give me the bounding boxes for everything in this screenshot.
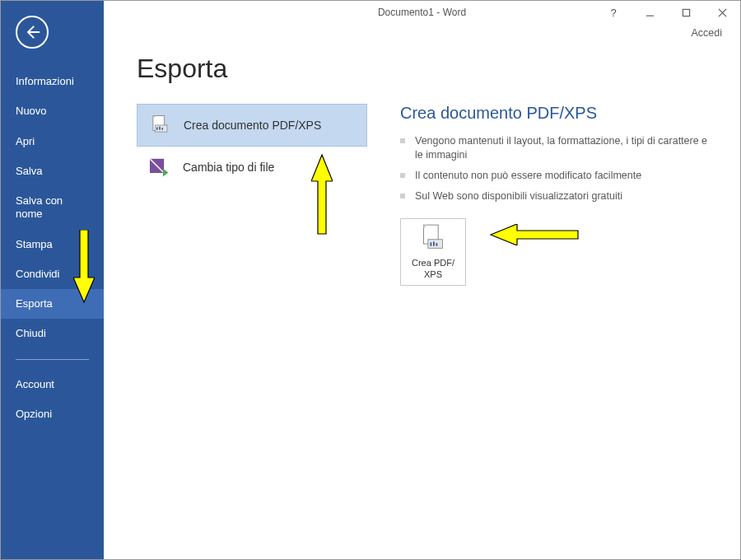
export-option-changefiletype[interactable]: Cambia tipo di file: [137, 147, 367, 188]
export-columns: Crea documento PDF/XPS Cambia tipo di fi…: [137, 104, 715, 286]
main-area: Documento1 - Word ? Accedi Esporta: [104, 1, 740, 559]
bullet-item: Vengono mantenuti il layout, la formatta…: [400, 131, 715, 166]
backstage-sidebar: Informazioni Nuovo Apri Salva Salva con …: [1, 1, 104, 559]
nav-esporta[interactable]: Esporta: [1, 289, 104, 319]
signin-link[interactable]: Accedi: [104, 24, 740, 39]
arrow-left-icon: [24, 24, 40, 40]
nav-opzioni[interactable]: Opzioni: [1, 399, 104, 429]
nav-label: Nuovo: [16, 105, 47, 117]
change-filetype-icon: [148, 156, 170, 178]
nav-chiudi[interactable]: Chiudi: [1, 319, 104, 348]
maximize-button[interactable]: [668, 1, 704, 24]
bullet-text: Il contenuto non può essere modificato f…: [415, 169, 641, 183]
create-pdfxps-button[interactable]: Crea PDF/ XPS: [400, 218, 466, 286]
export-option-label: Cambia tipo di file: [183, 161, 274, 174]
nav-label: Chiudi: [16, 327, 46, 339]
create-pdfxps-label: Crea PDF/ XPS: [412, 258, 454, 279]
export-option-pdfxps[interactable]: Crea documento PDF/XPS: [137, 104, 367, 147]
nav-label: Condividi: [16, 268, 59, 280]
nav-account[interactable]: Account: [1, 370, 104, 399]
annotation-arrow-button: [489, 224, 580, 245]
nav-label: Informazioni: [16, 75, 74, 87]
svg-rect-3: [156, 127, 158, 129]
bullet-item: Sul Web sono disponibili visualizzatori …: [400, 186, 715, 207]
nav-label: Account: [16, 378, 54, 390]
titlebar: Documento1 - Word ?: [104, 1, 740, 24]
bullet-square-icon: [400, 173, 405, 178]
page-title: Esporta: [137, 54, 715, 84]
svg-rect-11: [436, 243, 438, 246]
window-controls: ?: [595, 1, 740, 24]
nav-stampa[interactable]: Stampa: [1, 230, 104, 259]
content-area: Esporta Crea documento: [104, 39, 740, 559]
nav-condividi[interactable]: Condividi: [1, 259, 104, 289]
back-button[interactable]: [16, 16, 49, 49]
nav-salva-con-nome[interactable]: Salva con nome: [1, 186, 104, 230]
nav-salva[interactable]: Salva: [1, 156, 104, 186]
pdfxps-icon: [149, 114, 170, 136]
bullet-text: Sul Web sono disponibili visualizzatori …: [415, 189, 622, 203]
nav-separator: [16, 359, 89, 360]
nav-label: Stampa: [16, 238, 53, 250]
svg-rect-4: [159, 127, 161, 130]
bullet-square-icon: [400, 194, 405, 198]
detail-title: Crea documento PDF/XPS: [400, 104, 715, 123]
export-detail-pane: Crea documento PDF/XPS Vengono mantenuti…: [400, 104, 715, 286]
nav-informazioni[interactable]: Informazioni: [1, 67, 104, 96]
close-button[interactable]: [704, 1, 740, 24]
nav-label: Apri: [16, 135, 35, 147]
svg-rect-10: [433, 242, 435, 246]
bullet-text: Vengono mantenuti il layout, la formatta…: [415, 134, 715, 162]
maximize-icon: [682, 8, 691, 17]
svg-rect-0: [683, 9, 689, 16]
minimize-icon: [645, 8, 655, 17]
bullet-square-icon: [400, 138, 405, 143]
close-icon: [718, 8, 727, 17]
minimize-button[interactable]: [631, 1, 668, 24]
nav-nuovo[interactable]: Nuovo: [1, 96, 104, 126]
bullet-item: Il contenuto non può essere modificato f…: [400, 166, 715, 186]
svg-rect-9: [430, 243, 431, 246]
pdfxps-doc-icon: [421, 223, 445, 253]
export-option-label: Crea documento PDF/XPS: [184, 119, 321, 132]
svg-rect-8: [428, 240, 443, 249]
help-button[interactable]: ?: [595, 1, 631, 24]
svg-rect-5: [161, 128, 163, 129]
nav-label: Opzioni: [16, 408, 52, 420]
nav-apri[interactable]: Apri: [1, 127, 104, 156]
export-options-list: Crea documento PDF/XPS Cambia tipo di fi…: [137, 104, 367, 286]
nav-label: Salva con nome: [16, 194, 63, 220]
nav-label: Salva: [16, 165, 43, 177]
nav-label: Esporta: [16, 297, 53, 310]
detail-bullets: Vengono mantenuti il layout, la formatta…: [400, 131, 715, 207]
